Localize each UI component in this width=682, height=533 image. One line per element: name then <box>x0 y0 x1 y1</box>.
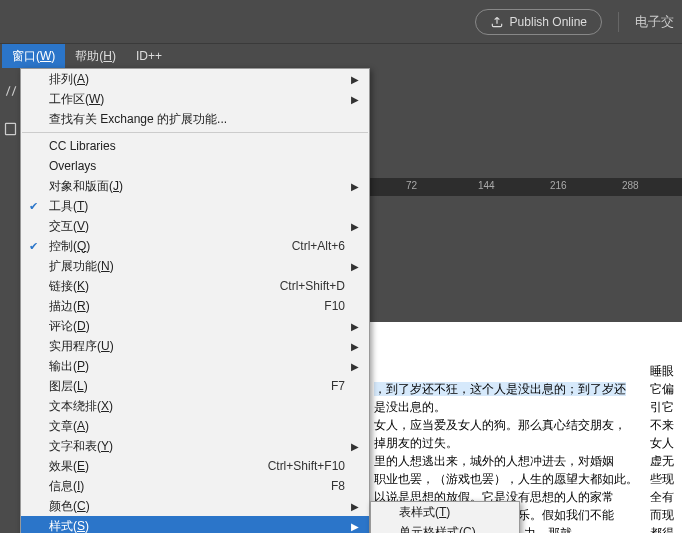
chevron-right-icon: ▶ <box>351 261 359 272</box>
menu-item-articles[interactable]: 文章(A) <box>21 416 369 436</box>
styles-submenu: 表样式(T) 单元格样式(C) <box>370 501 520 533</box>
tool-icon-2[interactable] <box>0 114 20 144</box>
ruler-tick: 216 <box>550 180 567 191</box>
side-line: 女人 <box>650 434 682 452</box>
menu-item-comments[interactable]: 评论(D)▶ <box>21 316 369 336</box>
check-icon: ✔ <box>29 200 38 213</box>
side-line: 引它 <box>650 398 682 416</box>
menu-item-color[interactable]: 颜色(C)▶ <box>21 496 369 516</box>
ruler-tick: 72 <box>406 180 417 191</box>
ruler-tick: 144 <box>478 180 495 191</box>
side-line: 它偏 <box>650 380 682 398</box>
menu-item-control[interactable]: ✔控制(Q)Ctrl+Alt+6 <box>21 236 369 256</box>
side-line: 些现 <box>650 470 682 488</box>
doc-line: 是没出息的。 <box>374 398 678 416</box>
publish-online-button[interactable]: Publish Online <box>475 9 602 35</box>
menu-item-effects[interactable]: 效果(E)Ctrl+Shift+F10 <box>21 456 369 476</box>
menu-item-cclibraries[interactable]: CC Libraries <box>21 136 369 156</box>
side-line: 睡眼 <box>650 362 682 380</box>
chevron-right-icon: ▶ <box>351 321 359 332</box>
doc-line: 掉朋友的过失。 <box>374 434 678 452</box>
chevron-right-icon: ▶ <box>351 441 359 452</box>
menu-window[interactable]: 窗口(W) <box>2 44 65 69</box>
chevron-right-icon: ▶ <box>351 181 359 192</box>
menu-bar: 窗口(W) 帮助(H) ID++ <box>0 44 682 68</box>
side-line: 不来 <box>650 416 682 434</box>
tool-icon-1[interactable] <box>0 76 20 106</box>
publish-label: Publish Online <box>510 15 587 29</box>
tool-strip <box>0 68 20 533</box>
side-line: 虚无 <box>650 452 682 470</box>
menu-help[interactable]: 帮助(H) <box>65 44 126 69</box>
doc-line: 女人，应当爱及女人的狗。那么真心结交朋友， <box>374 416 678 434</box>
menu-item-textwrap[interactable]: 文本绕排(X) <box>21 396 369 416</box>
menu-item-interactive[interactable]: 交互(V)▶ <box>21 216 369 236</box>
chevron-right-icon: ▶ <box>351 341 359 352</box>
doc-line: 里的人想逃出来，城外的人想冲进去，对婚姻 <box>374 452 678 470</box>
document-side-column: 睡眼 它偏 引它 不来 女人 虚无 些现 全有 而现 都得 <box>650 322 682 533</box>
menu-item-arrange[interactable]: 排列(A)▶ <box>21 69 369 89</box>
chevron-right-icon: ▶ <box>351 521 359 532</box>
menu-item-type-tables[interactable]: 文字和表(Y)▶ <box>21 436 369 456</box>
pasteboard <box>370 196 682 322</box>
menu-item-utilities[interactable]: 实用程序(U)▶ <box>21 336 369 356</box>
upload-icon <box>490 15 504 29</box>
submenu-item-cell-styles[interactable]: 单元格样式(C) <box>371 522 519 533</box>
side-line: 而现 <box>650 506 682 524</box>
menu-item-tools[interactable]: ✔工具(T) <box>21 196 369 216</box>
menu-item-overlays[interactable]: Overlays <box>21 156 369 176</box>
top-right-label: 电子交 <box>618 12 674 32</box>
menu-item-workspace[interactable]: 工作区(W)▶ <box>21 89 369 109</box>
chevron-right-icon: ▶ <box>351 221 359 232</box>
menu-item-stroke[interactable]: 描边(R)F10 <box>21 296 369 316</box>
window-menu-dropdown: 排列(A)▶ 工作区(W)▶ 查找有关 Exchange 的扩展功能... CC… <box>20 68 370 533</box>
svg-rect-0 <box>5 123 15 134</box>
chevron-right-icon: ▶ <box>351 94 359 105</box>
menu-separator <box>22 132 368 133</box>
doc-line: 职业也罢，（游戏也罢），人生的愿望大都如此。 <box>374 470 678 488</box>
side-line: 全有 <box>650 488 682 506</box>
menu-item-links[interactable]: 链接(K)Ctrl+Shift+D <box>21 276 369 296</box>
menu-item-layers[interactable]: 图层(L)F7 <box>21 376 369 396</box>
chevron-right-icon: ▶ <box>351 74 359 85</box>
side-line: 都得 <box>650 524 682 533</box>
chevron-right-icon: ▶ <box>351 501 359 512</box>
ruler-tick: 288 <box>622 180 639 191</box>
check-icon: ✔ <box>29 240 38 253</box>
menu-item-info[interactable]: 信息(I)F8 <box>21 476 369 496</box>
menu-idpp[interactable]: ID++ <box>126 45 172 67</box>
menu-item-object-layout[interactable]: 对象和版面(J)▶ <box>21 176 369 196</box>
chevron-right-icon: ▶ <box>351 361 359 372</box>
menu-item-output[interactable]: 输出(P)▶ <box>21 356 369 376</box>
menu-item-styles[interactable]: 样式(S)▶ <box>21 516 369 533</box>
horizontal-ruler: 72 144 216 288 <box>370 178 682 196</box>
doc-line: ，到了岁还不狂，这个人是没出息的；到了岁还 <box>374 380 678 398</box>
submenu-item-table-styles[interactable]: 表样式(T) <box>371 502 519 522</box>
menu-item-exchange[interactable]: 查找有关 Exchange 的扩展功能... <box>21 109 369 129</box>
menu-item-extensions[interactable]: 扩展功能(N)▶ <box>21 256 369 276</box>
top-bar: Publish Online 电子交 <box>0 0 682 44</box>
